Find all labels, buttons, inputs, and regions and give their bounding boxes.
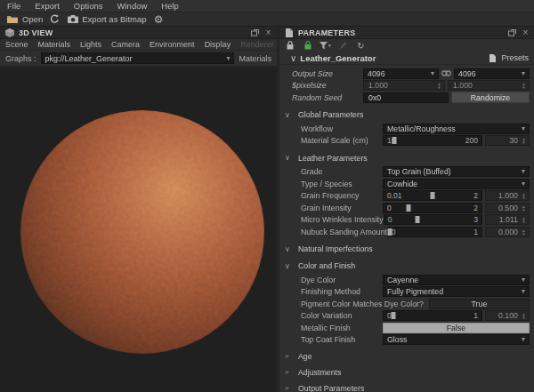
section-output-parameters[interactable]: > Output Parameters (279, 383, 534, 392)
metallic-finish-toggle[interactable]: False (383, 323, 530, 333)
material-scale-slider[interactable]: 10 200 (383, 135, 482, 146)
tab-environment[interactable]: Environment (150, 40, 195, 49)
float-window-icon[interactable] (507, 28, 517, 37)
link-icon[interactable] (441, 70, 451, 76)
slider-handle[interactable] (415, 216, 419, 223)
preset-lock-icon[interactable] (302, 41, 313, 51)
menu-options[interactable]: Options (74, 1, 103, 11)
color-variation-value[interactable]: 0.100 ▴▾ (485, 310, 530, 321)
tab-display[interactable]: Display (205, 40, 231, 49)
chevron-down-icon: ▾ (226, 55, 230, 62)
chevron-down-icon: ▾ (522, 288, 525, 295)
type-species-dropdown[interactable]: Cowhide ▾ (383, 179, 530, 189)
leather-texture-overlay (20, 110, 264, 354)
close-icon[interactable]: × (521, 28, 530, 37)
gear-icon[interactable]: ⚙ (153, 14, 165, 24)
section-leather-parameters[interactable]: ∨ Leather Parameters (279, 153, 534, 164)
spinner-arrows-icon[interactable]: ▴▾ (521, 312, 527, 319)
nubuck-sanding-value[interactable]: 0.000 ▴▾ (485, 227, 530, 237)
row-type-species: Type / Species Cowhide ▾ (279, 178, 534, 189)
slider-handle[interactable] (387, 228, 392, 236)
grain-intensity-value[interactable]: 0.500 ▴▾ (485, 203, 530, 213)
tab-materials[interactable]: Materials (38, 40, 71, 49)
spinner-arrows-icon[interactable]: ▴▾ (436, 82, 442, 89)
chevron-down-icon: ▾ (522, 125, 525, 132)
output-size-y-dropdown[interactable]: 4096 ▾ (454, 68, 530, 79)
micro-wrinkles-slider[interactable]: 0 3 (384, 214, 482, 225)
filter-dropdown-icon[interactable] (320, 41, 331, 51)
lock-icon[interactable] (284, 41, 295, 51)
graph-select[interactable]: pkg://Leather_Generator ▾ (41, 52, 235, 64)
chevron-down-icon: ∨ (285, 154, 292, 162)
parameters-list: Output Size 4096 ▾ 4096 ▾ (279, 65, 534, 392)
menu-help[interactable]: Help (161, 1, 179, 11)
view3d-menu: Scene Materials Lights Camera Environmen… (0, 39, 277, 51)
nubuck-sanding-slider[interactable]: 0 1 (387, 227, 482, 237)
edit-icon-disabled (337, 41, 349, 51)
slider-handle[interactable] (431, 192, 435, 199)
section-adjustments[interactable]: > Adjustments (279, 367, 534, 378)
view3d-panel: 3D VIEW × Scene Materials Lights Camera … (0, 27, 279, 392)
cube-icon (4, 28, 15, 37)
output-size-x-dropdown[interactable]: 4096 ▾ (363, 68, 439, 79)
row-grain-intensity: Grain Intensity 0 2 0.500 ▴▾ (279, 202, 534, 213)
graph-name: Leather_Generator (300, 53, 483, 63)
spinner-arrows-icon[interactable]: ▴▾ (521, 192, 527, 199)
chevron-right-icon: > (285, 352, 292, 360)
top-coat-finish-dropdown[interactable]: Gloss ▾ (383, 334, 530, 345)
refresh-icon[interactable] (49, 14, 61, 24)
spinner-arrows-icon[interactable]: ▴▾ (521, 82, 527, 89)
row-dye-color: Dye Color Cayenne ▾ (279, 274, 534, 285)
tab-lights[interactable]: Lights (80, 40, 101, 49)
grain-frequency-slider[interactable]: 0.01 2 (383, 190, 482, 201)
pixelsize-y-input[interactable]: 1.000 ▴▾ (448, 80, 530, 91)
random-seed-input[interactable]: 0x0 (363, 92, 449, 103)
material-scale-value[interactable]: 30 ▴▾ (485, 135, 530, 146)
viewport-3d[interactable] (0, 67, 277, 392)
menu-file[interactable]: File (7, 1, 20, 11)
chevron-down-icon[interactable]: ∨ (285, 52, 296, 63)
randomize-button[interactable]: Randomize (451, 92, 530, 103)
presets-icon (487, 53, 498, 63)
row-finishing-method: Finishing Method Fully Pigmented ▾ (279, 286, 534, 298)
micro-wrinkles-value[interactable]: 1.011 ▴▾ (485, 214, 530, 225)
tab-scene[interactable]: Scene (5, 40, 28, 49)
row-material-scale: Material Scale (cm) 10 200 30 ▴▾ (279, 135, 534, 147)
camera-icon (67, 14, 78, 24)
chevron-down-icon: ▾ (522, 276, 525, 284)
spinner-arrows-icon[interactable]: ▴▾ (521, 204, 527, 212)
section-global-parameters[interactable]: ∨ Global Parameters (279, 109, 534, 120)
slider-handle[interactable] (392, 312, 396, 319)
export-as-bitmap-button[interactable]: Export as Bitmap (67, 14, 146, 24)
section-age[interactable]: > Age (279, 351, 534, 362)
parameters-titlebar: PARAMETERS × (279, 27, 534, 39)
open-button[interactable]: Open (7, 14, 43, 24)
materials-label[interactable]: Materials (239, 54, 271, 63)
color-variation-slider[interactable]: 0 1 (383, 310, 482, 321)
pixelsize-x-input[interactable]: 1.000 ▴▾ (363, 80, 445, 91)
menu-window[interactable]: Window (117, 1, 148, 11)
parameters-panel: PARAMETERS × ↻ ∨ Leather_Generator (279, 27, 534, 392)
grain-frequency-value[interactable]: 1.000 ▴▾ (485, 190, 530, 201)
grade-dropdown[interactable]: Top Grain (Buffed) ▾ (383, 166, 530, 177)
section-natural-imperfections[interactable]: ∨ Natural Imperfections (279, 244, 534, 254)
grain-intensity-slider[interactable]: 0 2 (383, 203, 482, 213)
float-window-icon[interactable] (250, 28, 260, 37)
slider-handle[interactable] (392, 137, 397, 144)
menu-export[interactable]: Export (35, 1, 59, 11)
reset-icon[interactable]: ↻ (355, 41, 367, 51)
pigment-match-toggle[interactable]: True (429, 299, 530, 309)
menu-bar: File Export Options Window Help (0, 0, 534, 12)
presets-button[interactable]: Presets (487, 53, 529, 63)
section-color-and-finish[interactable]: ∨ Color and Finish (279, 260, 534, 271)
workflow-dropdown[interactable]: Metallic/Roughness ▾ (383, 124, 530, 134)
slider-handle[interactable] (406, 204, 410, 212)
row-grade: Grade Top Grain (Buffed) ▾ (279, 166, 534, 178)
spinner-arrows-icon[interactable]: ▴▾ (521, 228, 527, 236)
close-icon[interactable]: × (263, 28, 273, 37)
spinner-arrows-icon[interactable]: ▴▾ (521, 137, 527, 144)
tab-camera[interactable]: Camera (111, 40, 140, 49)
dye-color-dropdown[interactable]: Cayenne ▾ (383, 275, 530, 285)
finishing-method-dropdown[interactable]: Fully Pigmented ▾ (383, 286, 530, 297)
spinner-arrows-icon[interactable]: ▴▾ (521, 216, 527, 223)
